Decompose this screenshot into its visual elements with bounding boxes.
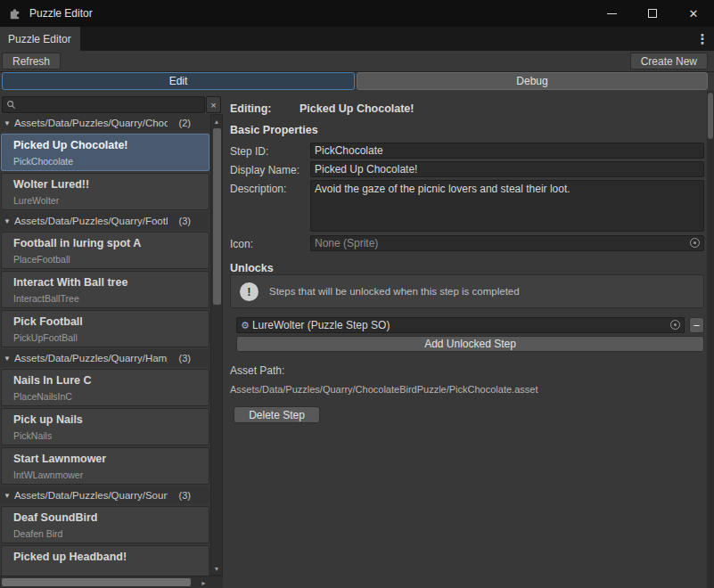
display-name-field[interactable]: Picked Up Chocolate! [310, 161, 704, 177]
icon-object-field[interactable]: None (Sprite) [310, 235, 704, 251]
app-icon [8, 7, 21, 20]
scroll-right-icon[interactable]: ► [198, 577, 209, 588]
list-horizontal-scrollbar[interactable]: ► [0, 576, 223, 588]
inspector-scroll-thumb[interactable] [708, 93, 713, 139]
step-title: Interact With Ball tree [13, 277, 209, 289]
step-title: Nails In Lure C [13, 375, 209, 387]
editing-value: Picked Up Chocolate! [300, 102, 414, 115]
step-list-item[interactable]: Picked up Headband! [1, 545, 209, 576]
foldout-open-icon: ▼ [4, 355, 11, 363]
tab-puzzle-editor[interactable]: Puzzle Editor [0, 27, 80, 51]
unlocks-title: Unlocks [230, 262, 274, 274]
inspector-panel: Editing: Picked Up Chocolate! Basic Prop… [225, 91, 707, 588]
step-list-item[interactable]: Football in luring spot A PlaceFootball [1, 232, 209, 269]
step-title: Picked Up Chocolate! [13, 140, 209, 151]
maximize-icon [648, 9, 657, 18]
window-controls: ✕ [591, 0, 714, 27]
description-label: Description: [230, 183, 286, 195]
search-icon [6, 100, 16, 110]
close-button[interactable]: ✕ [673, 0, 714, 27]
step-id: PickNails [13, 431, 209, 440]
step-id: IntWLawnmower [13, 470, 209, 479]
step-id: Deafen Bird [13, 529, 209, 538]
step-id: PlaceNailsInC [13, 392, 209, 401]
window-title: Puzzle Editor [29, 7, 93, 20]
kebab-menu-icon[interactable]: ⋮ [694, 27, 710, 51]
step-title: Football in luring spot A [13, 238, 209, 249]
remove-unlocked-step-button[interactable]: − [689, 317, 704, 333]
basic-properties-title: Basic Properties [230, 124, 318, 136]
delete-step-button[interactable]: Delete Step [234, 406, 320, 423]
maximize-button[interactable] [632, 0, 673, 27]
horizontal-scroll-thumb[interactable] [2, 578, 191, 586]
create-new-button[interactable]: Create New [630, 53, 708, 69]
step-title: Pick up Nails [13, 414, 209, 426]
section-label: Assets/Data/Puzzles/Quarry/SoundBird [14, 490, 168, 501]
asset-path-value: Assets/Data/Puzzles/Quarry/ChocolateBird… [230, 384, 538, 395]
step-title: Deaf SoundBird [13, 512, 209, 524]
section-header[interactable]: ▼ Assets/Data/Puzzles/Quarry/SoundBird (… [0, 486, 210, 504]
step-list-item[interactable]: Pick Football PickUpFootBall [1, 310, 209, 347]
search-input[interactable] [2, 96, 205, 113]
section-header[interactable]: ▼ Assets/Data/Puzzles/Quarry/Chocolatel … [0, 114, 210, 132]
step-list-panel: × ▼ Assets/Data/Puzzles/Quarry/Chocolate… [0, 91, 225, 588]
step-list-item[interactable]: Deaf SoundBird Deafen Bird [1, 506, 209, 543]
step-list-item[interactable]: Picked Up Chocolate! PickChocolate [1, 134, 209, 171]
asset-path-label: Asset Path: [230, 364, 284, 377]
step-list-item[interactable]: Wolter Lured!! LureWolter [1, 173, 209, 210]
titlebar: Puzzle Editor ✕ [0, 0, 714, 27]
step-title: Wolter Lured!! [13, 179, 209, 191]
inspector-vertical-scrollbar[interactable] [707, 91, 714, 588]
step-list-item[interactable]: Pick up Nails PickNails [1, 408, 209, 445]
step-list-item[interactable]: Interact With Ball tree InteractBallTree [1, 271, 209, 308]
step-id: InteractBallTree [13, 294, 209, 303]
icon-label: Icon: [230, 238, 253, 250]
section-label: Assets/Data/Puzzles/Quarry/HamperBi [14, 353, 168, 363]
section-count: (3) [179, 216, 191, 226]
scroll-down-icon[interactable]: ▼ [211, 563, 222, 574]
step-id: LureWolter [13, 196, 209, 205]
object-picker-icon[interactable] [670, 320, 680, 330]
scroll-up-icon[interactable]: ▲ [211, 116, 222, 127]
step-list: ▼ Assets/Data/Puzzles/Quarry/Chocolatel … [0, 114, 210, 576]
vertical-scroll-thumb[interactable] [213, 128, 221, 305]
object-picker-icon[interactable] [690, 238, 700, 248]
toolbar: Refresh Create New [0, 51, 714, 72]
list-vertical-scrollbar[interactable]: ▲ ▼ [210, 114, 223, 576]
step-title: Pick Football [13, 316, 209, 328]
info-icon: ! [240, 282, 259, 301]
section-count: (3) [179, 353, 191, 363]
step-id-field-value: PickChocolate [315, 144, 383, 157]
search-clear-button[interactable]: × [206, 96, 221, 113]
editing-row: Editing: Picked Up Chocolate! [230, 100, 414, 116]
foldout-open-icon: ▼ [4, 119, 11, 127]
tabstrip: Puzzle Editor ⋮ [0, 27, 714, 51]
step-list-item[interactable]: Nails In Lure C PlaceNailsInC [1, 369, 209, 406]
unlocked-step-object-field[interactable]: ⚙ LureWolter (Puzzle Step SO) [236, 317, 685, 333]
foldout-open-icon: ▼ [4, 492, 11, 500]
description-field-value: Avoid the gaze of the picnic lovers and … [315, 183, 570, 195]
minimize-button[interactable] [591, 0, 632, 27]
tab-debug[interactable]: Debug [357, 72, 708, 90]
puzzle-editor-window: Puzzle Editor ✕ Puzzle Editor ⋮ Refresh … [0, 0, 714, 588]
section-header[interactable]: ▼ Assets/Data/Puzzles/Quarry/FootballBir… [0, 212, 210, 230]
add-unlocked-step-button[interactable]: Add Unlocked Step [236, 336, 704, 352]
display-name-label: Display Name: [230, 164, 300, 176]
step-title: Start Lawnmower [13, 453, 209, 465]
description-field[interactable]: Avoid the gaze of the picnic lovers and … [310, 180, 704, 232]
step-id-field[interactable]: PickChocolate [310, 143, 704, 159]
minimize-icon [607, 13, 617, 14]
foldout-open-icon: ▼ [4, 217, 11, 225]
section-count: (2) [179, 118, 191, 128]
step-id: PickUpFootBall [13, 333, 209, 342]
tab-edit[interactable]: Edit [2, 72, 355, 90]
display-name-field-value: Picked Up Chocolate! [315, 163, 417, 176]
unlocked-step-value: LureWolter (Puzzle Step SO) [252, 319, 390, 331]
tab-puzzle-editor-label: Puzzle Editor [8, 33, 71, 45]
section-header[interactable]: ▼ Assets/Data/Puzzles/Quarry/HamperBi (3… [0, 349, 210, 367]
section-count: (3) [179, 490, 191, 501]
icon-field-value: None (Sprite) [315, 237, 378, 249]
close-icon: ✕ [689, 7, 699, 20]
refresh-button[interactable]: Refresh [2, 53, 61, 69]
step-list-item[interactable]: Start Lawnmower IntWLawnmower [1, 447, 209, 485]
